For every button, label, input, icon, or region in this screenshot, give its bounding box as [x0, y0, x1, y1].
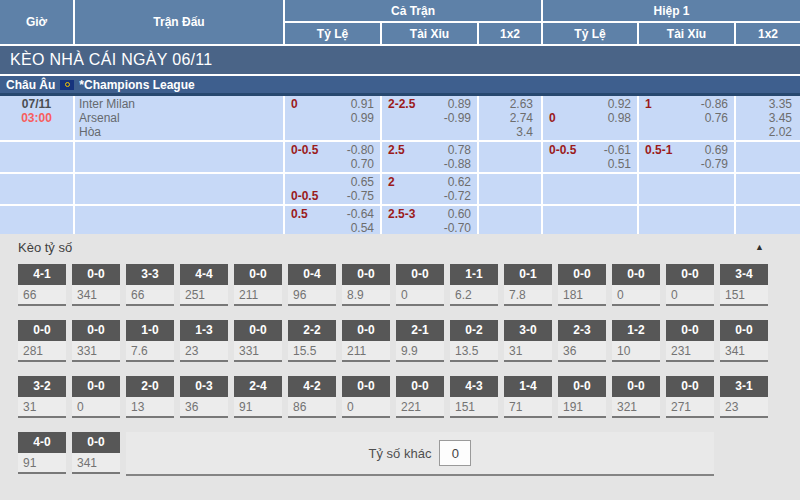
score-tile[interactable]: 0-08.9	[342, 264, 390, 306]
odds-value: 0.78	[448, 143, 471, 157]
score-tile[interactable]: 0-0221	[396, 376, 444, 418]
score-tile[interactable]: 0-0331	[234, 320, 282, 362]
score-tile[interactable]: 1-16.2	[450, 264, 498, 306]
score-tile[interactable]: 0-00	[72, 376, 120, 418]
score-tile-odds: 231	[666, 341, 714, 362]
odds-value: 2.63	[479, 97, 541, 111]
score-tile-odds: 31	[18, 397, 66, 418]
score-tile[interactable]: 0-0321	[612, 376, 660, 418]
score-tile-odds: 321	[612, 397, 660, 418]
odds-value: 0.54	[351, 221, 374, 234]
ft-over-under-cell[interactable]: 2-2.50.89-0.99	[382, 96, 477, 140]
score-tile[interactable]: 1-323	[180, 320, 228, 362]
score-tile[interactable]: 0-00	[396, 264, 444, 306]
score-tile-odds: 0	[666, 285, 714, 306]
ft-handicap-cell[interactable]: 0.5-0.640.54	[285, 206, 380, 234]
h1-1x2-cell[interactable]: 3.353.452.02	[736, 96, 800, 140]
score-tile[interactable]: 2-491	[234, 376, 282, 418]
score-tile-label: 0-0	[342, 376, 390, 397]
score-tile[interactable]: 4-091	[18, 432, 66, 476]
score-tile[interactable]: 4-4251	[180, 264, 228, 306]
score-tile[interactable]: 0-336	[180, 376, 228, 418]
score-tile[interactable]: 3-231	[18, 376, 66, 418]
score-tile[interactable]: 3-366	[126, 264, 174, 306]
score-tile[interactable]: 4-3151	[450, 376, 498, 418]
ft-handicap-cell[interactable]: 0.650-0.5-0.75	[285, 174, 380, 204]
odds-rows-grid: 07/1103:00Inter MilanArsenalHòa00.910.99…	[0, 96, 800, 234]
score-tile[interactable]: 0-496	[288, 264, 336, 306]
handicap-label: 0-0.5	[549, 143, 576, 157]
score-tile-odds: 251	[180, 285, 228, 306]
score-tile-odds: 23	[720, 397, 768, 418]
score-tile[interactable]: 0-00	[666, 264, 714, 306]
score-tile[interactable]: 3-123	[720, 376, 768, 418]
score-tile[interactable]: 4-286	[288, 376, 336, 418]
score-tile[interactable]: 0-213.5	[450, 320, 498, 362]
score-tile-label: 0-0	[612, 376, 660, 397]
ft-over-under-cell[interactable]: 2.5-30.60-0.70	[382, 206, 477, 234]
score-tile[interactable]: 0-0341	[72, 264, 120, 306]
ft-1x2-cell[interactable]: 2.632.743.4	[479, 96, 541, 140]
league-bar[interactable]: Châu Âu *Champions League	[0, 76, 800, 96]
score-tile[interactable]: 1-471	[504, 376, 552, 418]
ft-handicap-cell[interactable]: 0-0.5-0.800.70	[285, 142, 380, 172]
score-tile[interactable]: 1-210	[612, 320, 660, 362]
column-header-h1-handicap: Tỷ Lệ	[543, 23, 637, 44]
score-tile[interactable]: 0-0341	[72, 432, 120, 476]
score-tile[interactable]: 2-013	[126, 376, 174, 418]
score-tile-label: 0-0	[666, 376, 714, 397]
score-tile[interactable]: 3-4151	[720, 264, 768, 306]
score-tile-label: 2-3	[558, 320, 606, 341]
score-tile[interactable]: 0-0191	[558, 376, 606, 418]
score-tile[interactable]: 2-19.9	[396, 320, 444, 362]
ft-over-under-cell[interactable]: 20.62-0.72	[382, 174, 477, 204]
score-tile[interactable]: 0-0271	[666, 376, 714, 418]
handicap-label: 0.5-1	[645, 143, 672, 157]
score-tile[interactable]: 2-215.5	[288, 320, 336, 362]
score-tile-label: 0-1	[504, 264, 552, 285]
score-tile-label: 2-1	[396, 320, 444, 341]
odds-value: -0.79	[701, 157, 728, 171]
chevron-up-icon[interactable]: ▲	[755, 242, 764, 252]
score-tile[interactable]: 0-0341	[720, 320, 768, 362]
h1-handicap-cell[interactable]: 0.9200.98	[543, 96, 637, 140]
score-tile-odds: 96	[288, 285, 336, 306]
match-time-cell: 07/1103:00	[0, 96, 73, 140]
score-tile[interactable]: 0-0331	[72, 320, 120, 362]
score-tile[interactable]: 0-0211	[342, 320, 390, 362]
score-tile[interactable]: 2-336	[558, 320, 606, 362]
score-tile-label: 0-0	[666, 320, 714, 341]
score-tile[interactable]: 1-07.6	[126, 320, 174, 362]
odds-value: 3.4	[479, 125, 541, 139]
ft-over-under-cell[interactable]: 2.50.78-0.88	[382, 142, 477, 172]
score-tile[interactable]: 4-166	[18, 264, 66, 306]
ft-handicap-cell[interactable]: 00.910.99	[285, 96, 380, 140]
correct-score-grid: 4-1660-03413-3664-42510-02110-4960-08.90…	[0, 264, 800, 476]
odds-value: -0.75	[347, 189, 374, 203]
score-tile-odds: 7.8	[504, 285, 552, 306]
score-tile-label: 0-0	[396, 264, 444, 285]
h1-handicap-cell[interactable]: 0-0.5-0.610.51	[543, 142, 637, 172]
h1-over-under-cell[interactable]: 1-0.860.76	[639, 96, 734, 140]
handicap-label: 0	[549, 111, 556, 125]
score-tile-label: 4-0	[18, 432, 66, 453]
score-tile-label: 2-0	[126, 376, 174, 397]
score-tile-odds: 91	[18, 453, 66, 474]
score-tile[interactable]: 0-00	[612, 264, 660, 306]
score-tile[interactable]: 0-0181	[558, 264, 606, 306]
score-tile[interactable]: 0-0211	[234, 264, 282, 306]
match-time-cell	[0, 142, 73, 172]
odds-line: -0.99	[382, 111, 477, 125]
score-tile-label: 2-2	[288, 320, 336, 341]
score-tile[interactable]: 0-0281	[18, 320, 66, 362]
match-teams-cell	[75, 142, 283, 172]
other-score-input[interactable]	[439, 440, 471, 466]
score-tile[interactable]: 0-17.8	[504, 264, 552, 306]
score-tile[interactable]: 3-031	[504, 320, 552, 362]
score-tile[interactable]: 0-0231	[666, 320, 714, 362]
odds-value: 3.35	[736, 97, 800, 111]
score-tile[interactable]: 0-00	[342, 376, 390, 418]
score-tile-odds: 0	[72, 397, 120, 418]
h1-over-under-cell[interactable]: 0.5-10.69-0.79	[639, 142, 734, 172]
score-tile-odds: 0	[612, 285, 660, 306]
